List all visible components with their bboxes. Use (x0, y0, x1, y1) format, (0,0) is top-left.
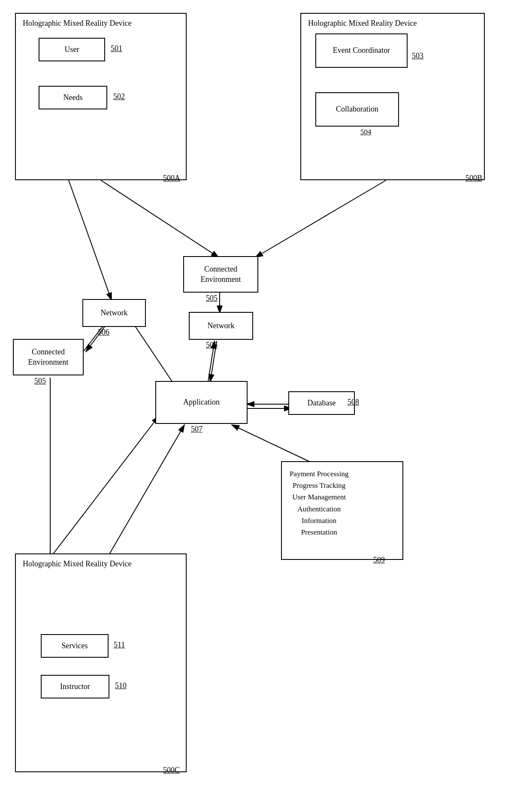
services-511-ref: 511 (114, 641, 125, 650)
needs-502: Needs (39, 86, 107, 109)
network-506-center: Network (189, 312, 253, 340)
services-509-ref: 509 (373, 556, 385, 565)
services-511: Services (41, 634, 109, 658)
network-left-label: Network (101, 308, 128, 318)
svg-line-16 (107, 425, 184, 558)
services-509: Payment ProcessingProgress TrackingUser … (281, 461, 403, 560)
application-507-ref: 507 (191, 425, 203, 434)
network-506-left: Network (82, 299, 146, 327)
collaboration-label: Collaboration (336, 104, 378, 114)
event-coordinator-503-ref: 503 (412, 51, 423, 60)
svg-line-3 (255, 180, 386, 257)
device-500C-title: Holographic Mixed Reality Device (23, 559, 131, 568)
network-506-center-ref: 506 (206, 341, 218, 350)
application-label: Application (183, 397, 220, 407)
device-500A-ref: 500A (163, 174, 180, 183)
database-508: Database (288, 391, 355, 415)
application-507: Application (155, 381, 248, 424)
connected-env-505-center-ref: 505 (206, 294, 218, 303)
svg-line-15 (232, 425, 313, 463)
device-500A-title: Holographic Mixed Reality Device (23, 19, 131, 28)
diagram-container: Holographic Mixed Reality Device 500A Ho… (0, 0, 532, 801)
instructor-510-ref: 510 (115, 681, 127, 690)
network-506-left-ref: 506 (98, 328, 109, 337)
needs-502-ref: 502 (113, 92, 125, 101)
event-coordinator-label: Event Coordinator (333, 45, 390, 55)
services-511-label: Services (62, 641, 88, 651)
user-501: User (39, 38, 105, 61)
device-500C-ref: 500C (163, 766, 180, 775)
svg-line-2 (101, 180, 219, 257)
network-center-label: Network (208, 321, 235, 331)
services-509-label: Payment ProcessingProgress TrackingUser … (290, 468, 348, 538)
event-coordinator-503: Event Coordinator (315, 33, 408, 68)
database-508-ref: 508 (348, 398, 359, 407)
needs-label: Needs (63, 93, 83, 103)
device-500C: Holographic Mixed Reality Device (15, 553, 187, 772)
collaboration-504: Collaboration (315, 92, 399, 127)
instructor-label: Instructor (60, 682, 90, 692)
connected-env-505-left-ref: 505 (34, 377, 46, 386)
device-500B-ref: 500B (466, 174, 482, 183)
device-500B-title: Holographic Mixed Reality Device (308, 19, 417, 28)
connected-env-505-center: Connected Environment (183, 256, 258, 293)
instructor-510: Instructor (41, 675, 109, 698)
connected-env-center-label: Connected Environment (201, 264, 241, 284)
user-label: User (65, 45, 79, 54)
svg-line-12 (50, 416, 159, 558)
collaboration-504-ref: 504 (360, 128, 372, 136)
database-label: Database (308, 398, 336, 408)
user-501-ref: 501 (111, 44, 122, 53)
svg-line-10 (133, 323, 178, 390)
connected-env-505-left: Connected Environment (13, 339, 84, 375)
connected-env-left-label: Connected Environment (28, 347, 69, 367)
svg-line-9 (69, 180, 112, 300)
